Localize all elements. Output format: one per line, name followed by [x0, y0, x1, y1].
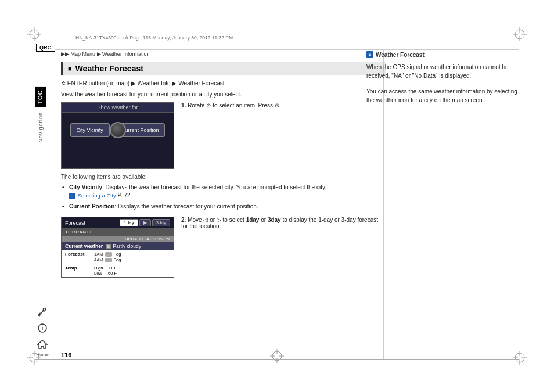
- screen1-buttons: City Vicinity Current Position: [62, 113, 174, 148]
- bullet-section: The following items are available: City …: [61, 174, 386, 211]
- svg-text:i: i: [42, 325, 44, 332]
- forecast-update: UPDATED AT 10:22PM: [62, 236, 174, 242]
- step2-text: 2. Move ◁ or ▷ to select 1day or 3day to…: [181, 217, 386, 229]
- view-text: View the weather forecast for your curre…: [61, 91, 386, 98]
- bottom-sidebar: i Home: [36, 305, 49, 357]
- forecast-city: TORRANCE: [62, 228, 174, 236]
- tab-1day[interactable]: 1day: [120, 219, 138, 226]
- forecast-cond-text-2: Fog: [113, 257, 121, 262]
- step2-num: 2.: [181, 217, 186, 223]
- step1-text: 1. Rotate ⊙ to select an item. Press ⊙: [181, 102, 386, 109]
- link-selecting-city[interactable]: Selecting a City: [78, 192, 116, 199]
- right-panel: S Weather Forecast When the GPS signal o…: [366, 51, 520, 360]
- right-panel-para2: You can access the same weather informat…: [366, 87, 520, 105]
- navigation-label: Navigation: [38, 112, 44, 143]
- forecast-conditions: Fog Fog: [105, 251, 121, 262]
- temp-low-label: Low: [94, 271, 107, 276]
- link-icon-s: S: [69, 193, 75, 199]
- current-weather-value: Partly cloudy: [113, 243, 141, 249]
- move-right-icon: ▷: [217, 217, 221, 223]
- temp-high: High 71 F: [94, 265, 117, 271]
- forecast-label: Forecast: [65, 220, 85, 226]
- forecast-data-row: Forecast 1AM 4AM Fog Fog: [62, 250, 174, 264]
- forecast-tabs: 1day ▶ 3day: [120, 219, 170, 226]
- section-title: Weather Forecast: [75, 64, 143, 73]
- screen-weather-for: Show weather for City Vicinity Current P…: [61, 102, 174, 169]
- temp-low-value: 60 F: [108, 271, 117, 276]
- step2-container: 2. Move ◁ or ▷ to select 1day or 3day to…: [181, 217, 386, 229]
- temp-high-label: High: [94, 265, 107, 271]
- city-vicinity-btn[interactable]: City Vicinity: [70, 123, 110, 137]
- qrg-badge: QRG: [36, 44, 55, 52]
- right-panel-title: S Weather Forecast: [366, 51, 520, 58]
- bottom-divider: [35, 359, 519, 360]
- screen-forecast: Forecast 1day ▶ 3day TORRANCE UPDATED AT…: [61, 217, 174, 278]
- corner-mark-tr: [512, 26, 528, 42]
- fog-icon-2: [105, 258, 112, 262]
- section-title-bar: ■ Weather Forecast: [61, 62, 386, 75]
- step1-container: 1. Rotate ⊙ to select an item. Press ⊙: [181, 102, 386, 109]
- toc-label[interactable]: TOC: [35, 87, 46, 107]
- forecast-cond-text-1: Fog: [113, 251, 121, 257]
- step2-section: Forecast 1day ▶ 3day TORRANCE UPDATED AT…: [61, 217, 386, 282]
- main-content: ▶▶ Map Menu ▶ Weather Information ■ Weat…: [61, 51, 386, 360]
- fog-icon-1: [105, 252, 112, 257]
- current-weather-label: Current weather: [65, 243, 106, 249]
- right-panel-title-text: Weather Forecast: [376, 52, 425, 58]
- current-weather-icon-s: S: [106, 244, 111, 249]
- temp-values: High 71 F Low 60 F: [94, 265, 117, 276]
- right-panel-para1: When the GPS signal or weather informati…: [366, 63, 520, 80]
- current-weather-row: Current weather S Partly cloudy: [62, 242, 174, 250]
- tab-arrow[interactable]: ▶: [139, 219, 151, 226]
- home-label: Home: [36, 352, 48, 357]
- press-icon: ⊙: [275, 102, 279, 109]
- bullet-current-position: Current Position: Displays the weather f…: [61, 203, 386, 211]
- screen1-title: Show weather for: [62, 103, 174, 113]
- tab-3day[interactable]: 3day: [152, 219, 170, 226]
- forecast-condition-2: Fog: [105, 257, 121, 262]
- sidebar-icon-info[interactable]: i: [36, 322, 49, 335]
- items-text: The following items are available:: [61, 174, 386, 180]
- section-title-icon: ■: [68, 65, 72, 72]
- breadcrumb: ▶▶ Map Menu ▶ Weather Information: [61, 51, 386, 57]
- sidebar-icon-home[interactable]: [36, 338, 49, 351]
- bullet-city-vicinity: City Vicinity: Displays the weather fore…: [61, 184, 386, 200]
- temp-high-value: 71 F: [108, 265, 117, 271]
- file-info: HN_KA-31TX4800.book Page 116 Monday, Jan…: [75, 35, 233, 41]
- instruction-line: ✲ ENTER button (on map) ▶ Weather Info ▶…: [61, 80, 386, 87]
- instruction-text: ENTER button (on map) ▶ Weather Info ▶ W…: [67, 80, 225, 87]
- top-divider: [35, 49, 519, 50]
- forecast-time-4am: 4AM: [94, 257, 103, 262]
- forecast-row-label: Forecast: [65, 251, 94, 262]
- instruction-icon: ✲: [61, 80, 67, 87]
- temp-label: Temp: [65, 265, 94, 276]
- step2-1day: 1day: [246, 217, 260, 223]
- bullet1-term: City Vicinity: [69, 184, 102, 190]
- forecast-header: Forecast 1day ▶ 3day: [62, 217, 174, 228]
- forecast-times: 1AM 4AM: [94, 251, 103, 262]
- sidebar-icon-wrench[interactable]: [36, 305, 49, 318]
- right-panel-icon: S: [366, 51, 373, 58]
- forecast-condition-1: Fog: [105, 251, 121, 257]
- bullet2-term: Current Position: [69, 203, 114, 210]
- step1-num: 1.: [181, 102, 186, 109]
- forecast-time-1am: 1AM: [94, 251, 103, 257]
- temp-low: Low 60 F: [94, 271, 117, 276]
- step1-section: Show weather for City Vicinity Current P…: [61, 102, 386, 174]
- temp-row: Temp High 71 F Low 60 F: [62, 264, 174, 277]
- step2-3day: 3day: [268, 217, 281, 223]
- toc-section: TOC Navigation: [35, 87, 46, 142]
- screen-knob: [110, 122, 126, 138]
